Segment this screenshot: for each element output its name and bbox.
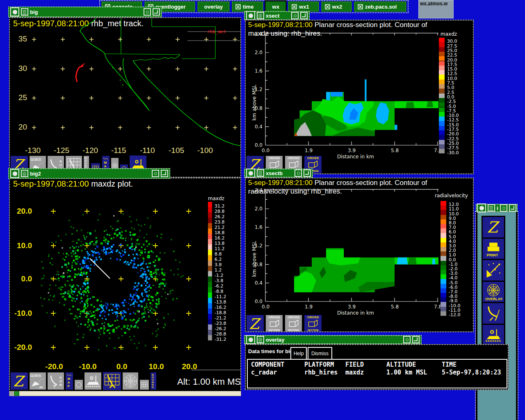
grid-icon[interactable] [139, 379, 149, 390]
scrollbar-thumb[interactable] [14, 391, 19, 396]
taskbar-button-overlay[interactable]: overlay [197, 1, 229, 12]
maximize-button[interactable] [153, 8, 160, 16]
colorbar-swatch [208, 234, 212, 239]
map-x-tick: -115 [111, 146, 126, 155]
colorbar-swatch [208, 202, 212, 207]
svg-text:GOES: GOES [30, 374, 41, 378]
zeb-icon[interactable]: Z [482, 216, 505, 239]
colorbar-swatch [439, 56, 445, 61]
colorbar-title: maxdz [208, 196, 224, 201]
window-menu-button[interactable] [477, 203, 486, 212]
map-icon[interactable]: MAP [65, 372, 73, 390]
iconify-button[interactable] [152, 170, 159, 177]
titlebar-big2[interactable]: big2 [8, 168, 170, 179]
colorbar-value: -12.0 [449, 312, 460, 317]
ship-icon[interactable] [84, 372, 102, 390]
satellite-icon[interactable] [482, 259, 505, 282]
colorbar-swatch [439, 94, 445, 98]
bounds-icon[interactable]: BOUNDS [150, 372, 157, 390]
colorbar-value: -30.0 [447, 150, 459, 155]
table-cell: rhb_hires [304, 369, 338, 376]
xsect-y-tick: 2.4 [253, 31, 262, 37]
window-menu-button[interactable] [246, 335, 255, 344]
zeb-icon[interactable]: Z [10, 372, 28, 390]
titlebar-overlay[interactable]: overlay [244, 335, 422, 344]
iconify-button[interactable] [144, 8, 151, 16]
titlebar-big[interactable]: big [8, 7, 162, 17]
sur-icon[interactable]: SUR [47, 372, 64, 390]
circle-icon[interactable] [74, 379, 83, 390]
maximize-button[interactable] [161, 170, 168, 177]
colorbar-swatch [441, 205, 446, 210]
colorbar-swatch [208, 335, 212, 340]
titlebar-xsectb[interactable]: xsectb [244, 169, 313, 178]
iconify-button[interactable] [294, 169, 302, 177]
taskbar-button-zeb.pacs.sol[interactable]: zeb.pacs.sol [354, 1, 406, 12]
colorbar-swatch [208, 228, 212, 234]
cross-section-button[interactable]: CROSSSECTION [265, 315, 283, 332]
help-button[interactable]: Help [290, 347, 307, 360]
maximize-button[interactable] [509, 204, 516, 212]
maximize-button[interactable] [412, 336, 420, 343]
iconify-button[interactable] [500, 204, 507, 212]
colorbar-swatch [208, 330, 212, 335]
dot-glyph [406, 338, 409, 341]
colorbar-value: -28.8 [215, 331, 226, 337]
titlebar-xsect[interactable]: xsect [244, 11, 310, 20]
window-doc-icon[interactable] [21, 8, 28, 16]
table-header-altitude: ALTITUDE [386, 361, 416, 368]
radargrid-icon[interactable] [103, 372, 121, 390]
xsect-y-axis-label: km above MSL [251, 84, 257, 121]
window-menu-button[interactable] [10, 7, 19, 16]
dish-icon[interactable] [482, 302, 505, 325]
xsect-x-axis-label: Distance in km [337, 310, 374, 316]
overlays-icon[interactable]: OVERLAYS [482, 281, 505, 304]
window-menu-button[interactable] [246, 11, 255, 20]
wx-atmos-window[interactable]: wx.atmos.w [418, 0, 454, 18]
taskbar-button-label: wx1 [299, 4, 309, 10]
maximize-button[interactable] [304, 169, 311, 177]
goes-icon[interactable]: GOES.IR [29, 372, 46, 390]
window-doc-icon[interactable] [257, 12, 264, 19]
svg-text:M: M [104, 161, 107, 164]
window-menu-button[interactable] [10, 169, 19, 178]
xsect-y-tick: 0.0 [253, 142, 262, 148]
cross-section-button[interactable]: CROSSSECTION [285, 315, 302, 332]
svg-text:R: R [59, 383, 62, 387]
colorbar-swatch [441, 224, 446, 228]
colorbar-swatch [439, 38, 445, 42]
window-menu-button[interactable] [246, 169, 255, 178]
colorbar-swatch [441, 307, 446, 311]
window-doc-icon[interactable] [21, 170, 28, 177]
window-title: big2 [30, 171, 150, 177]
taskbar-button-time[interactable]: time [232, 1, 264, 12]
taskbar-button-wx2[interactable]: wx2 [321, 1, 352, 12]
dismiss-button[interactable]: Dismiss [308, 347, 332, 360]
taskbar-button-wx1[interactable]: wx1 [288, 1, 319, 12]
ship-icon[interactable] [482, 324, 505, 347]
dot-glyph [154, 172, 157, 175]
window-doc-icon[interactable] [257, 169, 264, 177]
taskbar-button-wx[interactable]: wx [265, 1, 286, 12]
window-doc-icon[interactable] [257, 336, 264, 343]
iconify-button[interactable] [403, 336, 411, 343]
colorbar-swatch [439, 149, 445, 153]
print-icon[interactable]: PRINT [482, 237, 505, 260]
rings-icon[interactable] [122, 372, 139, 390]
iconify-button[interactable] [291, 12, 299, 19]
dot-glyph [297, 172, 300, 175]
big2-scrollbar[interactable] [9, 391, 241, 396]
table-cell: maxdz [345, 369, 364, 376]
colorbar-value: 18.8 [215, 230, 225, 235]
maximize-button[interactable] [300, 12, 308, 19]
cross-section-button[interactable]: CROSSSECTION [304, 315, 322, 332]
zeb-icon[interactable]: Z [246, 315, 264, 332]
svg-text:Z: Z [249, 315, 261, 332]
titlebar-icons[interactable]: icon [476, 204, 518, 212]
table-header-field: FIELD [345, 361, 364, 368]
ppi-x-tick: 0.0 [110, 362, 133, 371]
window-doc-icon[interactable] [488, 204, 495, 212]
colorbar-swatch [441, 279, 446, 283]
map-x-tick: -110 [140, 146, 155, 155]
colorbar-swatch [439, 66, 445, 70]
